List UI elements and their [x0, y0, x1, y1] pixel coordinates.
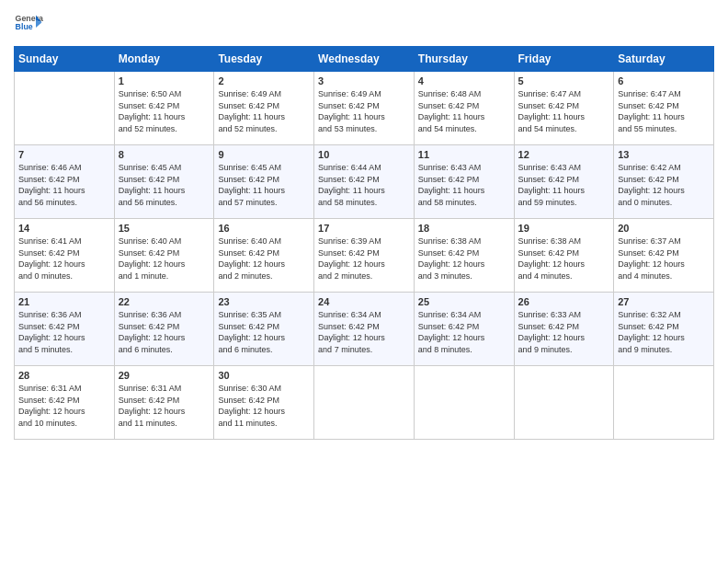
day-number: 6: [618, 75, 710, 86]
day-number: 9: [218, 149, 310, 160]
day-info: Sunrise: 6:40 AM Sunset: 6:42 PM Dayligh…: [218, 236, 310, 282]
calendar-cell: 22Sunrise: 6:36 AM Sunset: 6:42 PM Dayli…: [114, 293, 214, 366]
calendar-cell: 1Sunrise: 6:50 AM Sunset: 6:42 PM Daylig…: [114, 72, 214, 145]
day-info: Sunrise: 6:48 AM Sunset: 6:42 PM Dayligh…: [418, 88, 510, 134]
day-number: 15: [119, 223, 210, 234]
calendar-cell: 17Sunrise: 6:39 AM Sunset: 6:42 PM Dayli…: [314, 219, 415, 293]
calendar-cell: [314, 366, 415, 440]
day-info: Sunrise: 6:46 AM Sunset: 6:42 PM Dayligh…: [18, 162, 110, 208]
day-number: 22: [119, 296, 210, 307]
calendar-table: SundayMondayTuesdayWednesdayThursdayFrid…: [14, 46, 714, 440]
week-row-3: 21Sunrise: 6:36 AM Sunset: 6:42 PM Dayli…: [15, 293, 714, 366]
day-number: 10: [318, 149, 410, 160]
calendar-cell: 29Sunrise: 6:31 AM Sunset: 6:42 PM Dayli…: [114, 366, 214, 440]
header: General Blue: [14, 9, 714, 39]
day-info: Sunrise: 6:50 AM Sunset: 6:42 PM Dayligh…: [119, 88, 210, 134]
calendar-cell: 23Sunrise: 6:35 AM Sunset: 6:42 PM Dayli…: [214, 293, 314, 366]
day-number: 29: [119, 370, 210, 381]
calendar-cell: [614, 366, 714, 440]
col-header-thursday: Thursday: [414, 47, 514, 72]
day-info: Sunrise: 6:31 AM Sunset: 6:42 PM Dayligh…: [119, 383, 210, 429]
day-number: 4: [418, 75, 510, 86]
calendar-cell: 21Sunrise: 6:36 AM Sunset: 6:42 PM Dayli…: [15, 293, 115, 366]
day-info: Sunrise: 6:38 AM Sunset: 6:42 PM Dayligh…: [518, 236, 610, 282]
calendar-cell: 3Sunrise: 6:49 AM Sunset: 6:42 PM Daylig…: [314, 72, 415, 145]
day-info: Sunrise: 6:34 AM Sunset: 6:42 PM Dayligh…: [318, 309, 410, 355]
day-info: Sunrise: 6:32 AM Sunset: 6:42 PM Dayligh…: [618, 309, 710, 355]
day-info: Sunrise: 6:31 AM Sunset: 6:42 PM Dayligh…: [18, 383, 110, 429]
day-number: 7: [18, 149, 110, 160]
day-number: 12: [518, 149, 610, 160]
day-info: Sunrise: 6:36 AM Sunset: 6:42 PM Dayligh…: [18, 309, 110, 355]
day-info: Sunrise: 6:49 AM Sunset: 6:42 PM Dayligh…: [318, 88, 410, 134]
day-info: Sunrise: 6:33 AM Sunset: 6:42 PM Dayligh…: [518, 309, 610, 355]
day-number: 11: [418, 149, 510, 160]
header-row: SundayMondayTuesdayWednesdayThursdayFrid…: [15, 47, 714, 72]
calendar-cell: 12Sunrise: 6:43 AM Sunset: 6:42 PM Dayli…: [514, 145, 614, 219]
col-header-monday: Monday: [114, 47, 214, 72]
day-number: 30: [218, 370, 310, 381]
day-number: 1: [119, 75, 210, 86]
day-number: 27: [618, 296, 710, 307]
day-info: Sunrise: 6:41 AM Sunset: 6:42 PM Dayligh…: [18, 236, 110, 282]
day-info: Sunrise: 6:35 AM Sunset: 6:42 PM Dayligh…: [218, 309, 310, 355]
day-info: Sunrise: 6:47 AM Sunset: 6:42 PM Dayligh…: [618, 88, 710, 134]
day-number: 13: [618, 149, 710, 160]
day-number: 18: [418, 223, 510, 234]
week-row-1: 7Sunrise: 6:46 AM Sunset: 6:42 PM Daylig…: [15, 145, 714, 219]
calendar-cell: 19Sunrise: 6:38 AM Sunset: 6:42 PM Dayli…: [514, 219, 614, 293]
day-number: 28: [18, 370, 110, 381]
logo-icon: General Blue: [14, 9, 43, 39]
day-info: Sunrise: 6:49 AM Sunset: 6:42 PM Dayligh…: [218, 88, 310, 134]
day-info: Sunrise: 6:42 AM Sunset: 6:42 PM Dayligh…: [618, 162, 710, 208]
svg-text:Blue: Blue: [16, 22, 33, 31]
calendar-cell: [414, 366, 514, 440]
col-header-friday: Friday: [514, 47, 614, 72]
calendar-cell: 20Sunrise: 6:37 AM Sunset: 6:42 PM Dayli…: [614, 219, 714, 293]
day-number: 16: [218, 223, 310, 234]
week-row-0: 1Sunrise: 6:50 AM Sunset: 6:42 PM Daylig…: [15, 72, 714, 145]
calendar-cell: 27Sunrise: 6:32 AM Sunset: 6:42 PM Dayli…: [614, 293, 714, 366]
calendar-cell: 24Sunrise: 6:34 AM Sunset: 6:42 PM Dayli…: [314, 293, 415, 366]
calendar-cell: 11Sunrise: 6:43 AM Sunset: 6:42 PM Dayli…: [414, 145, 514, 219]
day-info: Sunrise: 6:45 AM Sunset: 6:42 PM Dayligh…: [119, 162, 210, 208]
day-info: Sunrise: 6:38 AM Sunset: 6:42 PM Dayligh…: [418, 236, 510, 282]
day-number: 20: [618, 223, 710, 234]
day-number: 8: [119, 149, 210, 160]
day-info: Sunrise: 6:37 AM Sunset: 6:42 PM Dayligh…: [618, 236, 710, 282]
day-info: Sunrise: 6:36 AM Sunset: 6:42 PM Dayligh…: [119, 309, 210, 355]
calendar-cell: 15Sunrise: 6:40 AM Sunset: 6:42 PM Dayli…: [114, 219, 214, 293]
day-info: Sunrise: 6:43 AM Sunset: 6:42 PM Dayligh…: [418, 162, 510, 208]
day-number: 23: [218, 296, 310, 307]
calendar-cell: 28Sunrise: 6:31 AM Sunset: 6:42 PM Dayli…: [15, 366, 115, 440]
calendar-cell: 7Sunrise: 6:46 AM Sunset: 6:42 PM Daylig…: [15, 145, 115, 219]
day-info: Sunrise: 6:40 AM Sunset: 6:42 PM Dayligh…: [119, 236, 210, 282]
day-number: 2: [218, 75, 310, 86]
calendar-cell: 13Sunrise: 6:42 AM Sunset: 6:42 PM Dayli…: [614, 145, 714, 219]
calendar-cell: [15, 72, 115, 145]
day-number: 24: [318, 296, 410, 307]
day-number: 14: [18, 223, 110, 234]
calendar-cell: 8Sunrise: 6:45 AM Sunset: 6:42 PM Daylig…: [114, 145, 214, 219]
day-number: 19: [518, 223, 610, 234]
day-info: Sunrise: 6:30 AM Sunset: 6:42 PM Dayligh…: [218, 383, 310, 429]
day-number: 3: [318, 75, 410, 86]
day-number: 21: [18, 296, 110, 307]
calendar-cell: 25Sunrise: 6:34 AM Sunset: 6:42 PM Dayli…: [414, 293, 514, 366]
day-info: Sunrise: 6:43 AM Sunset: 6:42 PM Dayligh…: [518, 162, 610, 208]
calendar-cell: 16Sunrise: 6:40 AM Sunset: 6:42 PM Dayli…: [214, 219, 314, 293]
week-row-2: 14Sunrise: 6:41 AM Sunset: 6:42 PM Dayli…: [15, 219, 714, 293]
day-info: Sunrise: 6:47 AM Sunset: 6:42 PM Dayligh…: [518, 88, 610, 134]
calendar-cell: 30Sunrise: 6:30 AM Sunset: 6:42 PM Dayli…: [214, 366, 314, 440]
col-header-sunday: Sunday: [15, 47, 115, 72]
day-info: Sunrise: 6:44 AM Sunset: 6:42 PM Dayligh…: [318, 162, 410, 208]
calendar-cell: 18Sunrise: 6:38 AM Sunset: 6:42 PM Dayli…: [414, 219, 514, 293]
calendar-cell: 6Sunrise: 6:47 AM Sunset: 6:42 PM Daylig…: [614, 72, 714, 145]
week-row-4: 28Sunrise: 6:31 AM Sunset: 6:42 PM Dayli…: [15, 366, 714, 440]
calendar-cell: 2Sunrise: 6:49 AM Sunset: 6:42 PM Daylig…: [214, 72, 314, 145]
calendar-cell: [514, 366, 614, 440]
calendar-cell: 10Sunrise: 6:44 AM Sunset: 6:42 PM Dayli…: [314, 145, 415, 219]
calendar-cell: 4Sunrise: 6:48 AM Sunset: 6:42 PM Daylig…: [414, 72, 514, 145]
calendar-cell: 9Sunrise: 6:45 AM Sunset: 6:42 PM Daylig…: [214, 145, 314, 219]
col-header-wednesday: Wednesday: [314, 47, 415, 72]
